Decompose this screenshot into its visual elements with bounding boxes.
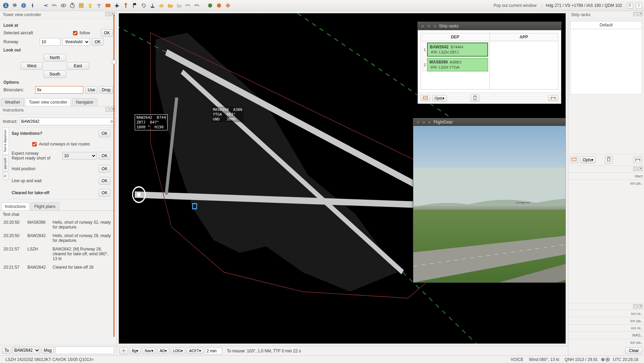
expect-rwy-select[interactable]: 10 [62,152,97,160]
clear-button[interactable]: Clear [625,347,643,354]
tab-navigator[interactable]: Navigator [72,98,97,106]
to-button[interactable]: To [2,347,11,354]
tower-icon[interactable] [122,2,130,9]
close-icon[interactable]: ✕ [639,12,643,16]
folder-open-icon[interactable] [175,2,183,9]
strip-tab-icon[interactable] [570,156,578,163]
time-input[interactable] [205,348,222,354]
status-record-icon[interactable] [605,357,610,362]
eye-icon[interactable] [60,2,67,9]
default-rack-area[interactable] [570,29,642,94]
orange-diamond-icon[interactable] [224,2,232,9]
zoom-slider[interactable] [112,14,116,337]
aircraft-icon[interactable] [113,2,121,9]
status-dot-icon[interactable] [600,357,605,362]
globe-icon[interactable] [20,2,27,9]
radar-view[interactable]: BAW2642 B744 ZBTJ 047° 1800 ^ H190 MAS83… [119,13,566,344]
msg-button[interactable]: Msg [41,347,54,354]
side-tab-taxi[interactable]: Taxi & departure [3,127,9,155]
fpl-text-icon[interactable]: FPL [51,2,58,9]
notepad-icon[interactable] [77,2,85,9]
close-dot-icon[interactable] [421,24,425,28]
tab-flight-plans[interactable]: Flight plans [31,202,59,210]
use-button[interactable]: Use [85,86,97,94]
ok-runway-button[interactable]: OK [92,38,104,46]
cloud-icon[interactable] [158,2,165,9]
follow-checkbox[interactable] [73,31,77,35]
popout-link[interactable]: Pop out current window [490,3,540,8]
max-icon[interactable]: □ [106,12,110,16]
avoid-rwy-checkbox[interactable] [32,142,37,147]
max-dot-icon[interactable] [428,120,432,124]
close-dot-icon[interactable] [416,120,420,124]
ok-say-button[interactable]: OK [99,130,110,137]
aircraft-blue-icon[interactable] [42,2,49,9]
settings-icon[interactable] [11,2,19,9]
mode-i-button[interactable]: I [636,2,642,9]
fpl-green-icon[interactable]: FPL [184,2,192,9]
tab-weather[interactable]: Weather [1,98,24,106]
trash-icon[interactable] [605,156,612,164]
crosshair-icon[interactable] [119,348,128,354]
refresh-icon[interactable] [140,2,147,9]
min-dot-icon[interactable] [422,120,426,124]
max-dot-icon[interactable] [433,24,437,28]
barrier-icon[interactable] [548,95,558,101]
to-select[interactable]: BAW2642 [13,347,40,354]
strip-racks-titlebar[interactable]: Strip racks [418,22,561,30]
chat-input[interactable] [55,347,114,354]
info-icon[interactable]: i [2,2,10,9]
max-icon[interactable]: □ [106,107,110,112]
radar-label-mas8398[interactable]: MAS8398 A388 YTGA 063° GND J000 [211,107,244,122]
radar-label-baw2642[interactable]: BAW2642 B744 ZBTJ 047° 1800 ^ H190 [135,114,168,130]
acft-button[interactable]: ACFT▾ [187,348,204,354]
antenna-icon[interactable] [95,2,103,9]
east-button[interactable]: East [67,62,89,70]
stopwatch-icon[interactable] [69,2,76,9]
max-icon[interactable]: □ [633,304,637,308]
west-button[interactable]: West [21,62,43,70]
fpl-red-icon[interactable]: FPL [193,2,201,9]
green-dot-icon[interactable] [206,2,214,9]
barrier-icon[interactable] [633,156,642,163]
close-icon[interactable]: ✕ [639,167,643,171]
nav-button[interactable]: Nav▾ [142,348,156,354]
ad-button[interactable]: AD▾ [157,348,169,354]
max-icon[interactable]: □ [633,12,637,16]
instruct-input[interactable] [20,118,116,125]
opts-right-button[interactable]: Opts▾ [580,156,596,163]
tab-instructions[interactable]: Instructions [1,202,29,210]
flight-strip[interactable]: MAS8398 A388/J IFR: LSZH YTGA [427,58,488,71]
drop-button[interactable]: Drop [99,86,113,94]
orange-block-icon[interactable] [104,2,112,9]
folder-icon[interactable] [167,2,174,9]
compass-icon[interactable] [29,2,36,9]
binoculars-input[interactable] [35,86,83,94]
flightgear-titlebar[interactable]: FlightGear [413,118,566,126]
mode-c-button[interactable]: C [627,2,633,9]
side-tab-more[interactable]: ▾ [3,172,9,180]
trash-icon[interactable] [471,94,479,102]
opts-button[interactable]: Opts▾ [432,95,447,102]
ok-hold-button[interactable]: OK [99,165,110,173]
strip-tab-icon[interactable] [421,95,430,101]
ship-icon[interactable] [149,2,156,9]
orange-dot-icon[interactable] [215,2,223,9]
ok-lineup-button[interactable]: OK [99,177,110,185]
south-button[interactable]: South [44,70,66,78]
side-tab-approach[interactable]: pproach [3,155,9,172]
bg-button[interactable]: Bg▾ [130,348,141,354]
flag-icon[interactable] [131,2,138,9]
ok-takeoff-button[interactable]: OK [99,189,110,197]
ok-aircraft-button[interactable]: OK [101,29,113,37]
runway-input[interactable] [40,38,60,46]
max-icon[interactable]: □ [633,167,637,171]
threshold-select[interactable]: threshold [62,38,90,46]
tab-tvc[interactable]: Tower view controller [25,98,71,106]
lightbulb-icon[interactable] [86,2,94,9]
ok-expect-button[interactable]: OK [99,152,110,160]
close-icon[interactable]: ✕ [639,304,643,308]
min-dot-icon[interactable] [427,24,431,28]
north-button[interactable]: North [44,54,66,61]
flight-strip[interactable]: BAW2642 B744/H IFR: LSZH ZBTJ [427,43,488,57]
